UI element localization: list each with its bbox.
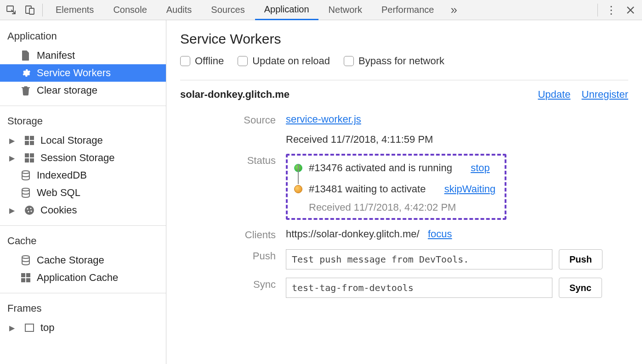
device-toggle-icon[interactable] bbox=[21, 1, 39, 19]
tab-network[interactable]: Network bbox=[319, 0, 371, 20]
skipwaiting-link[interactable]: skipWaiting bbox=[444, 183, 496, 195]
sidebar-item-top-frame[interactable]: ▶ top bbox=[0, 319, 166, 336]
status-waiting-received: Received 11/7/2018, 4:42:02 PM bbox=[309, 202, 495, 213]
sidebar-item-service-workers[interactable]: Service Workers bbox=[0, 64, 166, 82]
svg-point-12 bbox=[22, 188, 29, 191]
sidebar-item-label: Local Storage bbox=[40, 134, 103, 146]
service-worker-origin: solar-donkey.glitch.me bbox=[180, 89, 290, 101]
status-connector-line bbox=[298, 164, 299, 184]
tab-application[interactable]: Application bbox=[255, 0, 318, 20]
sidebar-item-label: Clear storage bbox=[37, 84, 97, 96]
sidebar-group-application: Application bbox=[0, 27, 166, 47]
chevron-right-icon: ▶ bbox=[9, 324, 15, 332]
push-input[interactable] bbox=[286, 249, 552, 269]
svg-point-11 bbox=[22, 171, 29, 174]
kebab-menu-icon[interactable]: ⋮ bbox=[602, 1, 620, 19]
offline-checkbox[interactable]: Offline bbox=[180, 55, 224, 67]
sidebar-item-label: Cookies bbox=[40, 204, 77, 216]
tab-performance[interactable]: Performance bbox=[372, 0, 443, 20]
sidebar-item-manifest[interactable]: Manifest bbox=[0, 47, 166, 64]
clients-label: Clients bbox=[180, 228, 286, 241]
tab-elements[interactable]: Elements bbox=[46, 0, 103, 20]
svg-rect-7 bbox=[25, 153, 29, 157]
sidebar-group-frames: Frames bbox=[0, 299, 166, 319]
sidebar-item-cookies[interactable]: ▶ Cookies bbox=[0, 202, 166, 219]
tab-label: Audits bbox=[166, 5, 192, 15]
update-on-reload-checkbox[interactable]: Update on reload bbox=[238, 55, 330, 67]
gear-icon bbox=[20, 68, 31, 78]
database-icon bbox=[20, 170, 31, 180]
svg-rect-23 bbox=[25, 324, 34, 331]
tab-label: Application bbox=[264, 4, 309, 15]
sync-button[interactable]: Sync bbox=[559, 278, 602, 298]
status-label: Status bbox=[180, 154, 286, 167]
sidebar-item-label: Application Cache bbox=[37, 272, 118, 284]
status-waiting-text: #13481 waiting to activate bbox=[309, 183, 426, 195]
database-icon bbox=[20, 188, 31, 198]
svg-point-18 bbox=[22, 256, 29, 258]
svg-rect-21 bbox=[21, 278, 25, 282]
sidebar-item-indexeddb[interactable]: IndexedDB bbox=[0, 167, 166, 184]
panel-title: Service Workers bbox=[180, 31, 628, 47]
sidebar-item-application-cache[interactable]: Application Cache bbox=[0, 269, 166, 286]
chevron-right-icon: ▶ bbox=[9, 154, 15, 162]
sidebar-item-clear-storage[interactable]: Clear storage bbox=[0, 82, 166, 99]
bypass-network-checkbox[interactable]: Bypass for network bbox=[344, 55, 444, 67]
svg-rect-3 bbox=[25, 136, 29, 140]
checkbox-label: Bypass for network bbox=[358, 55, 444, 67]
sidebar-group-storage: Storage bbox=[0, 112, 166, 132]
source-link[interactable]: service-worker.js bbox=[286, 113, 361, 125]
svg-rect-9 bbox=[25, 158, 29, 162]
svg-rect-4 bbox=[30, 136, 34, 140]
svg-point-17 bbox=[30, 210, 32, 212]
sidebar-item-label: Session Storage bbox=[40, 152, 114, 164]
focus-link[interactable]: focus bbox=[428, 228, 452, 240]
cookie-icon bbox=[24, 205, 35, 215]
unregister-link[interactable]: Unregister bbox=[582, 89, 628, 100]
update-link[interactable]: Update bbox=[538, 89, 570, 100]
trash-icon bbox=[20, 85, 31, 95]
tab-sources[interactable]: Sources bbox=[202, 0, 254, 20]
stop-link[interactable]: stop bbox=[471, 162, 490, 174]
sidebar-divider bbox=[0, 225, 166, 226]
tab-console[interactable]: Console bbox=[104, 0, 156, 20]
sidebar-item-cache-storage[interactable]: Cache Storage bbox=[0, 252, 166, 269]
tab-label: Elements bbox=[56, 5, 94, 15]
svg-rect-19 bbox=[21, 273, 25, 277]
sidebar-item-local-storage[interactable]: ▶ Local Storage bbox=[0, 132, 166, 149]
grid-icon bbox=[24, 136, 35, 145]
status-highlight-box: #13476 activated and is running stop #13… bbox=[286, 154, 506, 220]
file-icon bbox=[20, 50, 31, 61]
sidebar-divider bbox=[0, 293, 166, 293]
chevron-right-icon: ▶ bbox=[9, 206, 15, 215]
sidebar-item-label: Cache Storage bbox=[37, 254, 104, 266]
checkbox-label: Update on reload bbox=[252, 55, 330, 67]
separator bbox=[597, 4, 598, 17]
svg-rect-10 bbox=[30, 158, 34, 162]
svg-rect-22 bbox=[26, 278, 30, 282]
sidebar-divider bbox=[0, 106, 166, 106]
svg-rect-2 bbox=[29, 8, 34, 14]
push-button[interactable]: Push bbox=[559, 249, 602, 269]
tab-audits[interactable]: Audits bbox=[157, 0, 201, 20]
sidebar-item-websql[interactable]: Web SQL bbox=[0, 184, 166, 202]
source-label: Source bbox=[180, 113, 286, 126]
sidebar-item-label: Manifest bbox=[37, 50, 75, 62]
sidebar-item-session-storage[interactable]: ▶ Session Storage bbox=[0, 149, 166, 167]
sidebar-item-label: Service Workers bbox=[37, 67, 111, 79]
status-dot-waiting-icon bbox=[294, 185, 302, 193]
svg-rect-5 bbox=[25, 141, 29, 145]
sync-input[interactable] bbox=[286, 278, 552, 298]
checkbox-icon bbox=[238, 56, 248, 66]
inspect-element-icon[interactable] bbox=[3, 1, 20, 19]
service-workers-panel: Service Workers Offline Update on reload… bbox=[166, 20, 642, 364]
tabs-overflow[interactable]: » bbox=[444, 0, 463, 20]
tab-label: Network bbox=[329, 5, 362, 15]
client-url: https://solar-donkey.glitch.me/ bbox=[286, 228, 420, 240]
application-sidebar: Application Manifest Service Workers Cle… bbox=[0, 20, 166, 364]
close-icon[interactable] bbox=[622, 1, 639, 19]
options-row: Offline Update on reload Bypass for netw… bbox=[180, 55, 628, 70]
main-split: Application Manifest Service Workers Cle… bbox=[0, 20, 642, 364]
svg-point-15 bbox=[30, 207, 31, 209]
database-icon bbox=[20, 255, 31, 265]
